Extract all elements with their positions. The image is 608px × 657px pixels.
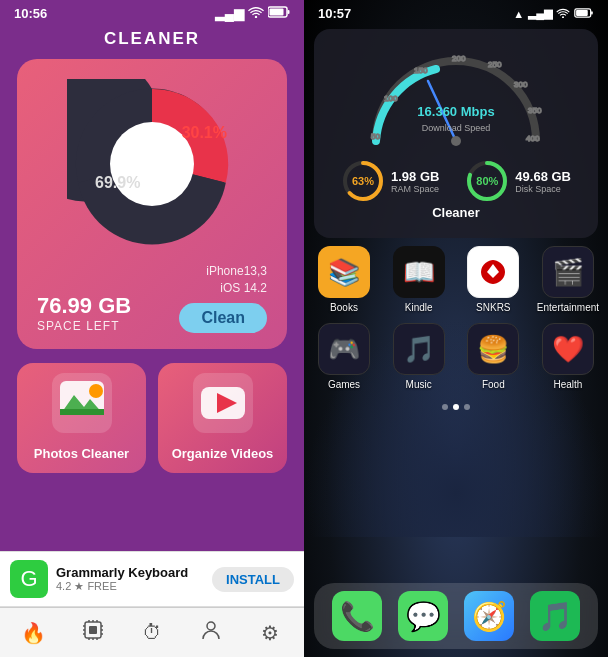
contact-icon bbox=[200, 619, 222, 646]
gear-icon: ⚙ bbox=[261, 621, 279, 645]
disk-stat: 80% 49.68 GB Disk Space bbox=[465, 159, 571, 203]
snkrs-label: SNKRS bbox=[476, 302, 510, 313]
music-icon: 🎵 bbox=[393, 323, 445, 375]
svg-rect-16 bbox=[89, 626, 97, 634]
svg-text:Download Speed: Download Speed bbox=[422, 123, 491, 133]
books-icon: 📚 bbox=[318, 246, 370, 298]
app-item-snkrs[interactable]: SNKRS bbox=[463, 246, 523, 313]
svg-text:400: 400 bbox=[526, 134, 540, 143]
video-icon bbox=[193, 373, 253, 433]
time-right: 10:57 bbox=[318, 6, 351, 21]
left-panel: 10:56 ▂▄▆ CLEANER bbox=[0, 0, 304, 657]
stats-row: 63% 1.98 GB RAM Space 80% bbox=[328, 159, 584, 203]
health-label: Health bbox=[554, 379, 583, 390]
entertainment-icon: 🎬 bbox=[542, 246, 594, 298]
dock-phone[interactable]: 📞 bbox=[332, 591, 382, 641]
app-item-entertainment[interactable]: 🎬 Entertainment bbox=[538, 246, 598, 313]
kindle-icon: 📖 bbox=[393, 246, 445, 298]
nav-item-chip[interactable] bbox=[73, 613, 113, 653]
food-icon: 🍔 bbox=[467, 323, 519, 375]
battery-icon-right bbox=[574, 8, 594, 20]
app-grid: 📚 Books 📖 Kindle SNKRS bbox=[304, 246, 608, 400]
app-title: CLEANER bbox=[104, 29, 200, 49]
nav-item-settings[interactable]: ⚙ bbox=[250, 613, 290, 653]
page-dots bbox=[304, 404, 608, 410]
nav-item-speed[interactable]: ⏱ bbox=[132, 613, 172, 653]
svg-point-29 bbox=[207, 622, 215, 630]
install-button[interactable]: INSTALL bbox=[212, 567, 294, 592]
ram-percent: 63% bbox=[352, 175, 374, 187]
status-icons-right: ▲ ▂▄▆ bbox=[513, 7, 594, 20]
storage-row: 76.99 GB SPACE LEFT iPhone13,3 iOS 14.2 … bbox=[37, 263, 267, 333]
ram-progress: 63% bbox=[341, 159, 385, 203]
app-item-games[interactable]: 🎮 Games bbox=[314, 323, 374, 390]
games-icon: 🎮 bbox=[318, 323, 370, 375]
svg-point-9 bbox=[89, 384, 103, 398]
cleaner-widget: 50 100 150 200 250 300 350 400 bbox=[314, 29, 598, 238]
photos-cleaner-label: Photos Cleaner bbox=[34, 446, 129, 461]
svg-point-0 bbox=[255, 16, 257, 18]
games-label: Games bbox=[328, 379, 360, 390]
svg-text:350: 350 bbox=[528, 106, 542, 115]
app-item-books[interactable]: 📚 Books bbox=[314, 246, 374, 313]
ad-app-icon: G bbox=[10, 560, 48, 598]
storage-right: iPhone13,3 iOS 14.2 Clean bbox=[179, 263, 267, 333]
nav-item-contact[interactable] bbox=[191, 613, 231, 653]
dot-2 bbox=[453, 404, 459, 410]
photos-cleaner-card[interactable]: Photos Cleaner bbox=[17, 363, 146, 473]
ram-value: 1.98 GB bbox=[391, 169, 439, 184]
signal-icon-right: ▂▄▆ bbox=[528, 7, 552, 20]
disk-percent: 80% bbox=[476, 175, 498, 187]
pie-label-free: 69.9% bbox=[95, 174, 140, 192]
pie-card: 69.9% 30.1% 76.99 GB SPACE LEFT iPhone13… bbox=[17, 59, 287, 349]
dock-safari[interactable]: 🧭 bbox=[464, 591, 514, 641]
pie-label-used: 30.1% bbox=[182, 124, 227, 142]
app-item-food[interactable]: 🍔 Food bbox=[463, 323, 523, 390]
photos-icon bbox=[52, 373, 112, 433]
snkrs-icon bbox=[467, 246, 519, 298]
svg-point-30 bbox=[562, 16, 564, 18]
app-row-2: 🎮 Games 🎵 Music 🍔 Food ❤️ Health bbox=[314, 323, 598, 390]
disk-label: Disk Space bbox=[515, 184, 571, 194]
svg-text:300: 300 bbox=[514, 80, 528, 89]
chip-icon bbox=[82, 619, 104, 646]
svg-text:150: 150 bbox=[414, 66, 428, 75]
signal-icon-left: ▂▄▆ bbox=[215, 6, 244, 21]
time-left: 10:56 bbox=[14, 6, 47, 21]
widget-title: Cleaner bbox=[328, 205, 584, 220]
status-bar-right: 10:57 ▲ ▂▄▆ bbox=[304, 0, 608, 23]
speedometer-icon: ⏱ bbox=[142, 621, 162, 644]
svg-text:250: 250 bbox=[488, 60, 502, 69]
dock-messages[interactable]: 💬 bbox=[398, 591, 448, 641]
ad-rating: 4.2 ★ FREE bbox=[56, 580, 204, 593]
nav-item-fire[interactable]: 🔥 bbox=[14, 613, 54, 653]
speedometer-area: 50 100 150 200 250 300 350 400 bbox=[328, 41, 584, 151]
svg-rect-11 bbox=[60, 409, 104, 415]
app-item-health[interactable]: ❤️ Health bbox=[538, 323, 598, 390]
disk-value: 49.68 GB bbox=[515, 169, 571, 184]
app-item-music[interactable]: 🎵 Music bbox=[389, 323, 449, 390]
svg-text:16.360 Mbps: 16.360 Mbps bbox=[417, 104, 494, 119]
app-item-kindle[interactable]: 📖 Kindle bbox=[389, 246, 449, 313]
wifi-icon-left bbox=[248, 6, 264, 21]
music-label: Music bbox=[406, 379, 432, 390]
kindle-label: Kindle bbox=[405, 302, 433, 313]
app-row-1: 📚 Books 📖 Kindle SNKRS bbox=[314, 246, 598, 313]
dock-spotify[interactable]: 🎵 bbox=[530, 591, 580, 641]
feature-row: Photos Cleaner Organize Videos bbox=[17, 363, 287, 473]
storage-label: SPACE LEFT bbox=[37, 319, 131, 333]
clean-button[interactable]: Clean bbox=[179, 303, 267, 333]
right-panel: 10:57 ▲ ▂▄▆ bbox=[304, 0, 608, 657]
dot-3 bbox=[464, 404, 470, 410]
svg-rect-33 bbox=[591, 11, 593, 14]
disk-info: 49.68 GB Disk Space bbox=[515, 169, 571, 194]
ad-text: Grammarly Keyboard 4.2 ★ FREE bbox=[56, 565, 204, 593]
health-icon: ❤️ bbox=[542, 323, 594, 375]
storage-left: 76.99 GB SPACE LEFT bbox=[37, 293, 131, 333]
svg-rect-2 bbox=[270, 9, 284, 16]
organize-videos-card[interactable]: Organize Videos bbox=[158, 363, 287, 473]
ad-name: Grammarly Keyboard bbox=[56, 565, 204, 580]
battery-icon-left bbox=[268, 6, 290, 21]
fire-icon: 🔥 bbox=[21, 621, 46, 645]
svg-text:50: 50 bbox=[371, 132, 380, 141]
